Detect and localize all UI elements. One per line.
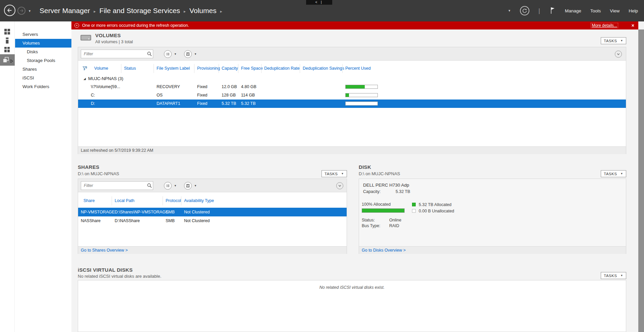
collapse-panel-button[interactable] bbox=[615, 51, 622, 58]
menu-tools[interactable]: Tools bbox=[590, 8, 601, 13]
cell-free-space: 4.80 GB bbox=[241, 83, 256, 91]
save-query-caret[interactable]: ▼ bbox=[194, 53, 197, 56]
list-icon bbox=[166, 52, 170, 56]
back-button[interactable] bbox=[4, 5, 15, 16]
cell-volume: \\?\Volume{59... bbox=[91, 83, 120, 91]
share-row-np-vmstorage-selected[interactable]: NP-VMSTORAGE D:\Shares\NP-VMSTORAGE SMB … bbox=[78, 208, 347, 216]
save-icon bbox=[186, 184, 190, 188]
column-header-capacity[interactable]: Capacity bbox=[219, 64, 238, 73]
column-header-free-space[interactable]: Free Space bbox=[238, 64, 263, 73]
allocated-swatch bbox=[412, 203, 416, 206]
volume-row-recovery[interactable]: \\?\Volume{59... RECOVERY Fixed 12.0 GB … bbox=[78, 83, 626, 91]
disk-status-value: Online bbox=[389, 218, 401, 222]
caret-down-icon: ▼ bbox=[621, 172, 623, 175]
cell-volume: D: bbox=[91, 99, 95, 108]
notifications-caret[interactable]: ▼ bbox=[508, 9, 511, 12]
shares-tasks-label: TASKS bbox=[325, 172, 338, 176]
flag-button[interactable] bbox=[549, 7, 556, 15]
breadcrumb-separator: ▸ bbox=[184, 8, 186, 14]
volume-row-c[interactable]: C: OS Fixed 128 GB 114 GB bbox=[78, 91, 626, 99]
volume-row-d-selected[interactable]: D: DATAPART1 Fixed 5.32 TB 5.32 TB bbox=[78, 99, 626, 108]
dashboard-icon[interactable] bbox=[4, 29, 10, 36]
nav-history-caret[interactable]: ▼ bbox=[28, 9, 31, 13]
breadcrumb-file-storage-services[interactable]: File and Storage Services bbox=[100, 7, 180, 15]
list-view-caret[interactable]: ▼ bbox=[174, 184, 177, 187]
file-storage-services-selected-tool[interactable] bbox=[0, 54, 15, 66]
caret-down-icon: ▼ bbox=[341, 172, 344, 175]
sidebar-icon-strip bbox=[0, 21, 15, 332]
shares-panel: ▼ ▼ Share Local Path Protocol Availabili… bbox=[78, 179, 347, 254]
iscsi-subtitle: No related iSCSI virtual disks are avail… bbox=[78, 274, 161, 279]
all-servers-icon[interactable] bbox=[4, 47, 10, 54]
sidebar-item-work-folders[interactable]: Work Folders bbox=[15, 82, 71, 91]
list-view-caret[interactable]: ▼ bbox=[174, 53, 177, 56]
column-header-local-path[interactable]: Local Path bbox=[112, 196, 134, 205]
save-query-caret[interactable]: ▼ bbox=[194, 184, 197, 187]
share-row-nasshare[interactable]: NASShare D:\NASShare SMB Not Clustered bbox=[78, 216, 347, 225]
sidebar-item-volumes[interactable]: Volumes bbox=[15, 39, 71, 48]
column-header-deduplication-rate[interactable]: Deduplication Rate bbox=[261, 64, 300, 73]
more-details-link[interactable]: More details... bbox=[591, 23, 618, 28]
cell-capacity: 12.0 GB bbox=[222, 83, 237, 91]
volumes-filter-input[interactable] bbox=[81, 50, 153, 58]
disk-bus-type-value: RAID bbox=[389, 223, 399, 228]
banner-close-button[interactable]: × bbox=[632, 23, 634, 28]
breadcrumb-volumes[interactable]: Volumes bbox=[189, 7, 217, 15]
column-header-percent-used[interactable]: Percent Used bbox=[342, 64, 371, 73]
shares-title: SHARES bbox=[78, 164, 99, 170]
tree-expanded-icon[interactable]: ◢ bbox=[83, 75, 86, 83]
shares-filter-input[interactable] bbox=[81, 181, 153, 190]
column-header-protocol[interactable]: Protocol bbox=[163, 196, 181, 205]
file-storage-services-icon bbox=[3, 57, 9, 64]
column-header-availability-type[interactable]: Availability Type bbox=[181, 196, 214, 205]
cell-volume: C: bbox=[91, 91, 95, 99]
save-query-button[interactable] bbox=[184, 50, 192, 58]
column-header-volume[interactable]: Volume bbox=[92, 64, 108, 73]
cell-provisioning: Fixed bbox=[197, 91, 208, 99]
shares-tasks-button[interactable]: TASKS ▼ bbox=[321, 170, 347, 177]
window-scrollbar[interactable] bbox=[638, 29, 644, 332]
sidebar-item-disks[interactable]: Disks bbox=[15, 48, 71, 56]
column-header-file-system-label[interactable]: File System Label bbox=[154, 64, 190, 73]
menu-view[interactable]: View bbox=[610, 8, 620, 13]
iscsi-tasks-button[interactable]: TASKS ▼ bbox=[601, 272, 626, 279]
caret-down-icon: ▼ bbox=[621, 274, 623, 277]
sidebar-item-servers[interactable]: Servers bbox=[15, 30, 71, 39]
save-query-button[interactable] bbox=[184, 182, 192, 190]
list-view-button[interactable] bbox=[164, 182, 172, 190]
local-server-icon[interactable] bbox=[5, 38, 9, 45]
sidebar-item-storage-pools[interactable]: Storage Pools bbox=[15, 56, 71, 65]
breadcrumb-server-manager[interactable]: Server Manager bbox=[40, 7, 90, 15]
sidebar-item-iscsi[interactable]: iSCSI bbox=[15, 74, 71, 82]
disk-tasks-button[interactable]: TASKS ▼ bbox=[601, 170, 626, 177]
sidebar: Servers Volumes Disks Storage Pools Shar… bbox=[0, 21, 71, 332]
error-icon: × bbox=[74, 23, 79, 28]
go-to-disks-overview-link[interactable]: Go to Disks Overview > bbox=[362, 248, 406, 253]
go-to-shares-overview-link[interactable]: Go to Shares Overview > bbox=[81, 248, 128, 253]
menu-manage[interactable]: Manage bbox=[565, 8, 581, 13]
column-header-share[interactable]: Share bbox=[81, 196, 95, 205]
menu-help[interactable]: Help bbox=[629, 8, 638, 13]
disk-title: DISK bbox=[359, 164, 371, 170]
refresh-button[interactable] bbox=[520, 6, 529, 15]
volumes-tasks-button[interactable]: TASKS ▼ bbox=[601, 37, 626, 44]
column-header-provisioning[interactable]: Provisioning bbox=[194, 64, 220, 73]
disk-capacity-label: Capacity: bbox=[363, 189, 380, 194]
console-overlay-tab[interactable]: < | bbox=[306, 0, 332, 5]
cell-local-path: D:\Shares\NP-VMSTORAGE bbox=[115, 208, 168, 216]
unallocated-swatch bbox=[412, 209, 416, 213]
column-header-status[interactable]: Status bbox=[121, 64, 136, 73]
column-header-deduplication-savings[interactable]: Deduplication Savings bbox=[300, 64, 344, 73]
collapse-panel-button[interactable] bbox=[336, 182, 343, 189]
top-menu: ▼ | Manage Tools View Help bbox=[508, 0, 638, 21]
cell-local-path: D:\NASShare bbox=[115, 216, 140, 225]
list-view-button[interactable] bbox=[164, 50, 172, 58]
cell-file-system-label: RECOVERY bbox=[157, 83, 180, 91]
shares-subtitle: D:\ on MUJC-NPNAS bbox=[78, 171, 119, 176]
cell-availability-type: Not Clustered bbox=[184, 216, 210, 225]
shares-footer: Go to Shares Overview > bbox=[78, 246, 347, 254]
sidebar-item-shares[interactable]: Shares bbox=[15, 65, 71, 74]
forward-button[interactable] bbox=[17, 7, 25, 15]
volumes-group-row[interactable]: ◢ MUJC-NPNAS (3) bbox=[78, 75, 626, 83]
chevron-down-icon bbox=[338, 184, 342, 188]
